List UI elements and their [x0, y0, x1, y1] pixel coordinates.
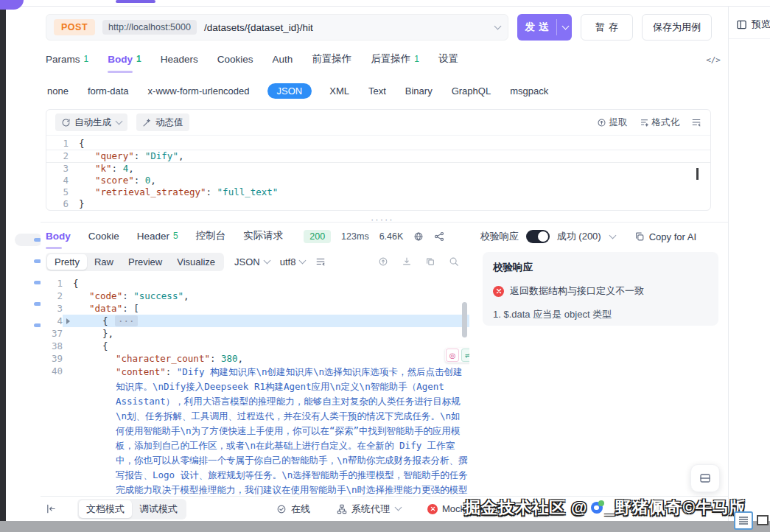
response-tab[interactable]: Cookie — [88, 231, 119, 243]
fold-gutter[interactable] — [63, 352, 73, 365]
response-view-option[interactable]: Preview — [121, 254, 169, 270]
request-tab[interactable]: Body 1 — [108, 52, 141, 67]
response-tab[interactable]: 实际请求 — [243, 229, 283, 244]
method-badge[interactable]: POST — [54, 19, 95, 35]
code-token: "query" — [95, 150, 134, 161]
request-tab[interactable]: 后置操作 1 — [371, 52, 419, 67]
locate-icon[interactable] — [378, 256, 388, 267]
code-token: "code" — [89, 290, 122, 301]
validate-toggle[interactable] — [526, 230, 550, 243]
search-icon[interactable] — [449, 256, 459, 267]
focus-selection-icon[interactable]: ◎ — [446, 349, 459, 362]
response-tab[interactable]: Header 5 — [137, 231, 178, 243]
proxy-icon — [337, 504, 347, 514]
extract-label: 提取 — [609, 116, 628, 129]
code-line[interactable]: 4 { ··· — [41, 315, 469, 327]
wrap-lines-icon[interactable] — [691, 117, 701, 127]
online-status[interactable]: 在线 — [276, 503, 310, 516]
request-tab[interactable]: 前置操作 — [312, 52, 351, 67]
request-tab[interactable]: 设置 — [438, 52, 458, 67]
editor-scrollbar[interactable] — [696, 168, 699, 180]
line-number: 40 — [41, 365, 63, 497]
response-scrollbar[interactable] — [462, 302, 467, 337]
request-tab[interactable]: Params 1 — [46, 52, 88, 67]
body-type-option[interactable]: x-www-form-urlencoded — [147, 83, 251, 99]
response-code[interactable]: 1 { 2 "code": "success", 3 "data": [ — [41, 273, 469, 497]
line-number: 6 — [46, 198, 69, 210]
code-view-icon[interactable]: </> — [706, 55, 721, 65]
layout-toggle-button[interactable] — [690, 464, 720, 492]
body-type-option[interactable]: JSON — [267, 83, 312, 99]
fold-gutter[interactable] — [63, 277, 73, 290]
body-type-option[interactable]: GraphQL — [450, 83, 492, 99]
code-line[interactable]: 6 } — [46, 198, 710, 210]
fold-gutter[interactable] — [63, 315, 73, 327]
request-tab[interactable]: Auth — [272, 52, 293, 67]
body-type-option[interactable]: Text — [367, 83, 388, 99]
wrap-lines-icon[interactable] — [315, 256, 326, 267]
preview-header[interactable]: 预览 — [729, 7, 770, 39]
code-line[interactable]: 5 "retrieval_strategy": "full_text" — [46, 186, 710, 198]
square-icon[interactable] — [757, 515, 769, 525]
response-view-option[interactable]: Pretty — [47, 254, 87, 270]
dynamic-value-button[interactable]: 动态值 — [136, 113, 189, 131]
request-code[interactable]: 1 { 2 "query": "Dify", 3 "k": 4, — [46, 136, 710, 210]
download-icon[interactable] — [402, 256, 412, 267]
code-line[interactable]: 40 "content": "Dify 构建知识库\n创建知识库\n选择知识库选… — [41, 365, 469, 497]
send-options-button[interactable] — [556, 19, 572, 35]
base-url-chip[interactable]: http://localhost:5000 — [102, 20, 197, 35]
doc-mode-option[interactable]: 文档模式 — [79, 500, 132, 518]
format-select[interactable]: JSON — [234, 256, 270, 267]
chevron-down-icon[interactable] — [609, 231, 616, 239]
code-text: "content": "Dify 构建知识库\n创建知识库\n选择知识库选项卡，… — [73, 365, 469, 497]
response-view-option[interactable]: Visualize — [169, 254, 223, 270]
copy-icon[interactable] — [425, 256, 435, 267]
compare-icon[interactable]: ⇌ — [461, 349, 469, 362]
globe-icon[interactable] — [413, 231, 424, 242]
code-line[interactable]: 38 { — [41, 340, 469, 352]
body-type-option[interactable]: Binary — [404, 83, 434, 99]
code-line[interactable]: 2 "query": "Dify", — [46, 150, 710, 163]
send-button[interactable]: 发送 — [517, 14, 572, 41]
request-code-lines: 1 { 2 "query": "Dify", 3 "k": 4, — [46, 138, 710, 210]
debug-mode-option[interactable]: 调试模式 — [132, 500, 185, 518]
url-input[interactable]: POST http://localhost:5000 /datasets/{da… — [46, 14, 508, 41]
collapse-sidebar-icon[interactable] — [46, 503, 57, 514]
body-type-option[interactable]: msgpack — [508, 83, 550, 99]
url-path[interactable]: /datasets/{dataset_id}/hit — [204, 22, 486, 33]
encoding-select[interactable]: utf8 — [280, 256, 306, 267]
extract-button[interactable]: 提取 — [597, 116, 628, 129]
share-icon[interactable] — [434, 231, 444, 242]
code-line[interactable]: 3 "data": [ — [41, 302, 469, 315]
code-line[interactable]: 1 { — [46, 138, 710, 150]
response-tab-label: Cookie — [88, 231, 119, 242]
proxy-selector[interactable]: 系统代理 — [337, 503, 401, 516]
code-line[interactable]: 2 "code": "success", — [41, 290, 469, 302]
fold-gutter[interactable] — [63, 340, 73, 352]
auto-generate-button[interactable]: 自动生成 — [55, 113, 127, 131]
reading-lines-icon[interactable] — [734, 511, 753, 530]
fold-gutter[interactable] — [63, 290, 73, 302]
body-type-option[interactable]: none — [46, 83, 70, 99]
code-line[interactable]: 37 }, — [41, 327, 469, 340]
fold-gutter[interactable] — [63, 302, 73, 315]
request-tab[interactable]: Headers — [161, 52, 198, 67]
response-tab-label: Body — [46, 231, 71, 242]
code-line[interactable]: 4 "score": 0, — [46, 175, 710, 186]
copy-for-ai-button[interactable]: Copy for AI — [634, 231, 696, 242]
code-line[interactable]: 3 "k": 4, — [46, 163, 710, 175]
body-type-option[interactable]: form-data — [86, 83, 130, 99]
response-tab[interactable]: 控制台 — [196, 229, 226, 244]
format-button[interactable]: 格式化 — [640, 116, 680, 129]
body-type-option[interactable]: XML — [328, 83, 351, 99]
code-token: : — [134, 150, 145, 161]
fold-gutter[interactable] — [63, 327, 73, 340]
stash-button[interactable]: 暂存 — [581, 14, 633, 41]
response-view-option[interactable]: Raw — [87, 254, 121, 270]
request-tab[interactable]: Cookies — [217, 52, 253, 67]
save-as-case-button[interactable]: 保存为用例 — [642, 14, 712, 41]
fold-gutter[interactable] — [63, 365, 73, 497]
response-tab[interactable]: Body — [46, 231, 71, 243]
code-line[interactable]: 39 "character_count": 380, — [41, 352, 469, 365]
code-line[interactable]: 1 { — [41, 277, 469, 290]
